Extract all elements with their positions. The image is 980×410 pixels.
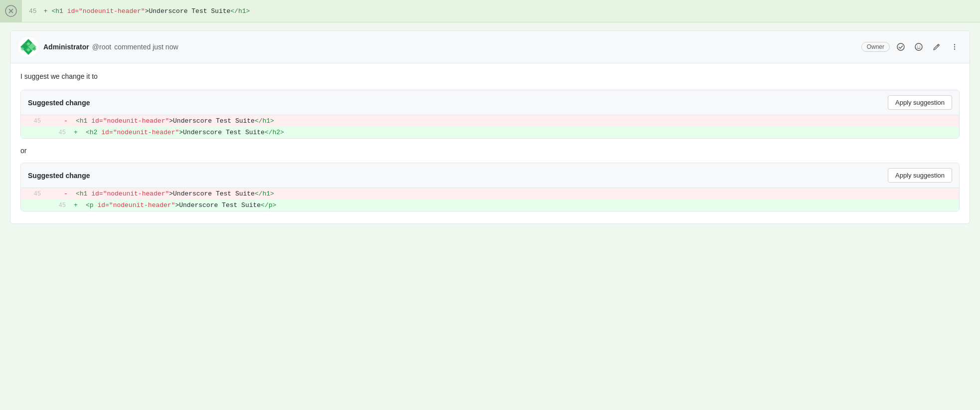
add-marker-1: + (71, 129, 81, 136)
apply-suggestion-button-2[interactable]: Apply suggestion (888, 168, 952, 183)
add-line-number-1: 45 (46, 129, 71, 136)
a1-close: </h2> (265, 129, 284, 136)
suggestion-header-2: Suggested change Apply suggestion (21, 163, 959, 188)
remove-code-2: <h1 id="nodeunit-header">Underscore Test… (71, 190, 274, 198)
add-marker-2: + (71, 202, 81, 209)
r2-val: "nodeunit-header" (103, 190, 169, 198)
attr-id: id= (63, 7, 79, 15)
a2-attr: id= (94, 202, 109, 209)
author-handle: @root (92, 43, 111, 51)
suggestion-box-1: Suggested change Apply suggestion 45 - <… (20, 90, 960, 139)
add-code-1: <h2 id="nodeunit-header">Underscore Test… (81, 129, 284, 136)
remove-code-1: <h1 id="nodeunit-header">Underscore Test… (71, 117, 274, 125)
tag-close: </h1> (230, 7, 250, 15)
tag-text: Underscore Test Suite (149, 7, 230, 15)
tag-open: <h1 (51, 7, 63, 15)
svg-point-19 (954, 48, 955, 49)
svg-point-17 (954, 44, 955, 45)
add-line-number-2: 45 (46, 202, 71, 209)
a1-val: "nodeunit-header" (113, 129, 179, 136)
comment-text: I suggest we change it to (20, 71, 960, 82)
suggestion-box-2: Suggested change Apply suggestion 45 - <… (20, 163, 960, 211)
avatar (18, 37, 38, 57)
r1-text: Underscore Test Suite (173, 117, 255, 125)
diff-top-bar: 45 + <h1 id="nodeunit-header">Underscore… (0, 0, 980, 22)
comment-card: Administrator @root commented just now O… (10, 30, 970, 224)
suggestion-title-2: Suggested change (28, 172, 90, 180)
edit-button[interactable] (930, 41, 944, 53)
remove-marker-1: - (61, 117, 71, 125)
comment-header-right: Owner (861, 41, 962, 53)
a2-val: "nodeunit-header" (109, 202, 175, 209)
a2-tag-open: <p (86, 202, 94, 209)
r2-attr: id= (87, 190, 103, 198)
r1-tag-open: <h1 (76, 117, 87, 125)
author-name: Administrator (43, 43, 89, 51)
r2-gt: > (169, 190, 173, 198)
add-code-2: <p id="nodeunit-header">Underscore Test … (81, 202, 276, 209)
diff-add-line-1: 45 + <h2 id="nodeunit-header">Underscore… (21, 127, 959, 138)
a1-gt: > (179, 129, 183, 136)
r2-close: </h1> (255, 190, 274, 198)
a1-text: Underscore Test Suite (183, 129, 265, 136)
a1-attr: id= (97, 129, 113, 136)
a2-close: </p> (261, 202, 276, 209)
more-menu-button[interactable] (948, 41, 962, 53)
r2-text: Underscore Test Suite (173, 190, 255, 198)
svg-point-15 (920, 46, 921, 47)
svg-point-18 (954, 46, 955, 47)
r1-attr: id= (87, 117, 103, 125)
diff-plus-marker: + (44, 7, 48, 15)
r2-tag-open: <h1 (76, 190, 87, 198)
a2-text: Underscore Test Suite (179, 202, 261, 209)
diff-remove-line-1: 45 - <h1 id="nodeunit-header">Underscore… (21, 115, 959, 127)
remove-line-number-1: 45 (21, 118, 46, 125)
svg-line-16 (938, 45, 939, 46)
owner-badge: Owner (861, 42, 890, 52)
diff-code: <h1 id="nodeunit-header">Underscore Test… (51, 7, 250, 15)
comment-body: I suggest we change it to Suggested chan… (10, 63, 970, 223)
remove-line-number-2: 45 (21, 191, 46, 198)
apply-suggestion-button-1[interactable]: Apply suggestion (888, 95, 952, 110)
r1-val: "nodeunit-header" (103, 117, 169, 125)
line-number: 45 (29, 7, 37, 15)
r1-gt: > (169, 117, 173, 125)
comment-header: Administrator @root commented just now O… (10, 31, 970, 63)
attr-val: "nodeunit-header" (79, 7, 145, 15)
remove-marker-2: - (61, 190, 71, 198)
or-separator: or (20, 147, 960, 155)
a1-tag-open: <h2 (86, 129, 97, 136)
close-button[interactable] (0, 0, 22, 22)
r1-close: </h1> (255, 117, 274, 125)
svg-point-13 (915, 43, 922, 50)
comment-meta: Administrator @root commented just now (43, 43, 178, 51)
suggestion-header-1: Suggested change Apply suggestion (21, 90, 959, 115)
emoji-button[interactable] (912, 41, 926, 53)
svg-point-12 (897, 43, 904, 50)
comment-header-left: Administrator @root commented just now (18, 37, 178, 57)
diff-added-line: 45 + <h1 id="nodeunit-header">Underscore… (22, 2, 257, 20)
diff-remove-line-2: 45 - <h1 id="nodeunit-header">Underscore… (21, 188, 959, 200)
diff-add-line-2: 45 + <p id="nodeunit-header">Underscore … (21, 200, 959, 211)
svg-point-14 (917, 46, 918, 47)
suggestion-title-1: Suggested change (28, 99, 90, 107)
comment-time: commented just now (114, 43, 178, 51)
resolve-button[interactable] (894, 41, 908, 53)
